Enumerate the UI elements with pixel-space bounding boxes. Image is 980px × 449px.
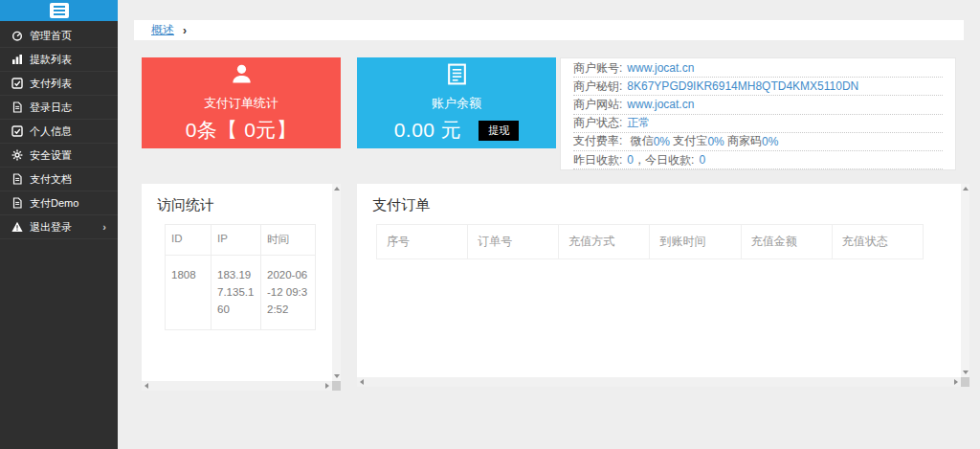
withdraw-button[interactable]: 提现 <box>479 121 519 141</box>
dashboard-page: 管理首页 提款列表 支付列表 登录日志 <box>0 0 980 449</box>
merchant-status-label: 商户状态: <box>573 115 622 131</box>
sidebar-item-payment-demo[interactable]: 支付Demo <box>0 191 118 215</box>
gears-icon <box>11 149 23 161</box>
merchant-website-label: 商户网站: <box>573 97 622 113</box>
merchant-account-row: 商户账号: www.jocat.cn <box>573 59 943 78</box>
income-row: 昨日收款: 0 ，今日收款: 0 <box>573 151 943 169</box>
column-header-time: 时间 <box>261 225 316 256</box>
sidebar-item-withdraw-list[interactable]: 提款列表 <box>0 48 118 72</box>
file-icon <box>11 101 23 113</box>
payment-orders-table: 序号 订单号 充值方式 到账时间 充值金额 充值状态 <box>376 224 924 259</box>
file-icon <box>11 173 23 185</box>
scroll-down-icon[interactable] <box>334 374 340 378</box>
sidebar-item-label: 支付列表 <box>30 77 72 91</box>
visit-id-cell: 1808 <box>166 256 212 330</box>
payment-orders-panel: 支付订单 序号 订单号 充值方式 到账时间 充值金额 充值状态 <box>357 184 969 387</box>
today-income-value: 0 <box>699 153 705 167</box>
visit-time-cell: 2020-06-12 09:32:52 <box>261 256 316 330</box>
scroll-up-icon[interactable] <box>963 187 969 191</box>
merchant-status-row: 商户状态: 正常 <box>573 115 943 133</box>
check-square-icon <box>11 125 23 137</box>
scroll-down-icon[interactable] <box>963 370 969 374</box>
column-header-status: 充值状态 <box>832 225 923 259</box>
account-balance-card: 账户余额 0.00 元 提现 <box>357 57 556 148</box>
merchant-status-badge: 正常 <box>627 115 650 131</box>
sidebar-item-payment-docs[interactable]: 支付文档 <box>0 168 118 191</box>
column-header-amount: 充值金额 <box>741 225 832 259</box>
sidebar-item-login-log[interactable]: 登录日志 <box>0 96 118 120</box>
column-header-id: ID <box>166 225 212 256</box>
list-icon <box>445 62 469 90</box>
stat-card-title: 账户余额 <box>432 95 481 112</box>
file-icon <box>11 197 23 209</box>
payment-fee-label: 支付费率: <box>573 133 622 149</box>
visit-ip-cell: 183.197.135.160 <box>212 256 261 330</box>
sidebar-item-security-settings[interactable]: 安全设置 <box>0 144 118 168</box>
visit-stats-panel: 访问统计 ID IP 时间 1808 183.197.135.160 2020-… <box>142 184 341 391</box>
sidebar-item-label: 安全设置 <box>30 148 72 163</box>
menu-toggle-button[interactable] <box>50 3 69 18</box>
merchant-secret-value: 8K67YPGD9IKR6914MH8QTD4KMX5110DN <box>627 79 858 93</box>
fee-wechat-label: 微信 <box>631 133 654 149</box>
merchant-website-row: 商户网站: www.jocat.cn <box>573 96 943 114</box>
breadcrumb: 概述 › <box>134 20 964 40</box>
sidebar: 管理首页 提款列表 支付列表 登录日志 <box>0 0 118 449</box>
sidebar-item-payment-list[interactable]: 支付列表 <box>0 72 118 96</box>
chevron-right-icon: › <box>183 24 187 37</box>
horizontal-scrollbar[interactable] <box>142 381 332 391</box>
sidebar-item-profile[interactable]: 个人信息 <box>0 120 118 144</box>
sidebar-menu: 管理首页 提款列表 支付列表 登录日志 <box>0 21 118 239</box>
stat-card-value: 0条【 0元】 <box>186 117 298 144</box>
visit-stats-title: 访问统计 <box>142 184 332 224</box>
scroll-left-icon[interactable] <box>145 383 148 389</box>
horizontal-scrollbar[interactable] <box>357 377 961 387</box>
tachometer-icon <box>11 30 23 41</box>
check-square-icon <box>11 78 23 89</box>
merchant-secret-label: 商户秘钥: <box>573 79 622 95</box>
scroll-right-icon[interactable] <box>325 383 329 389</box>
visit-stats-table: ID IP 时间 1808 183.197.135.160 2020-06-12… <box>165 224 316 330</box>
payment-orders-title: 支付订单 <box>357 184 961 224</box>
fee-merchantcode-value: 0% <box>762 135 778 148</box>
scroll-up-icon[interactable] <box>334 187 340 191</box>
merchant-website-link[interactable]: www.jocat.cn <box>627 98 694 111</box>
merchant-account-label: 商户账号: <box>573 60 622 77</box>
merchant-info-panel: 商户账号: www.jocat.cn 商户秘钥: 8K67YPGD9IKR691… <box>560 57 956 170</box>
sidebar-item-logout[interactable]: 退出登录 › <box>0 215 118 239</box>
yesterday-income-label: 昨日收款: <box>573 152 622 168</box>
bar-chart-icon <box>11 54 23 65</box>
sidebar-item-label: 管理首页 <box>30 29 72 43</box>
sidebar-item-label: 登录日志 <box>30 101 72 115</box>
column-header-ip: IP <box>212 225 261 256</box>
hamburger-icon <box>54 10 65 11</box>
vertical-scrollbar[interactable] <box>961 184 969 377</box>
payment-order-stats-card: 支付订单统计 0条【 0元】 <box>142 57 341 148</box>
vertical-scrollbar[interactable] <box>332 184 341 381</box>
column-header-arrival-time: 到账时间 <box>650 225 741 259</box>
sidebar-item-label: 退出登录 <box>30 220 72 235</box>
column-header-pay-method: 充值方式 <box>559 225 650 259</box>
user-icon <box>230 62 254 90</box>
sidebar-item-admin-home[interactable]: 管理首页 <box>0 24 118 48</box>
merchant-secret-row: 商户秘钥: 8K67YPGD9IKR6914MH8QTD4KMX5110DN <box>573 78 943 96</box>
breadcrumb-link-overview[interactable]: 概述 <box>151 22 174 38</box>
table-row: 1808 183.197.135.160 2020-06-12 09:32:52 <box>166 256 316 330</box>
column-header-order-no: 订单号 <box>468 225 559 259</box>
fee-wechat-value: 0% <box>654 135 670 148</box>
sidebar-item-label: 支付Demo <box>30 196 78 211</box>
stat-card-title: 支付订单统计 <box>204 95 278 112</box>
payment-fee-row: 支付费率: 微信0% 支付宝0% 商家码0% <box>573 133 943 151</box>
fee-alipay-value: 0% <box>707 135 724 148</box>
merchant-account-link[interactable]: www.jocat.cn <box>627 61 694 75</box>
scroll-right-icon[interactable] <box>954 379 958 385</box>
warning-icon <box>11 221 23 233</box>
sidebar-item-label: 提款列表 <box>30 53 72 67</box>
column-header-seq: 序号 <box>377 225 468 259</box>
yesterday-income-value: 0 <box>627 153 634 167</box>
sidebar-header <box>0 0 118 21</box>
hamburger-icon <box>54 6 65 8</box>
fee-merchantcode-label: 商家码 <box>724 133 762 149</box>
scroll-left-icon[interactable] <box>360 379 364 385</box>
sidebar-item-label: 个人信息 <box>30 124 72 139</box>
chevron-right-icon: › <box>102 221 106 233</box>
